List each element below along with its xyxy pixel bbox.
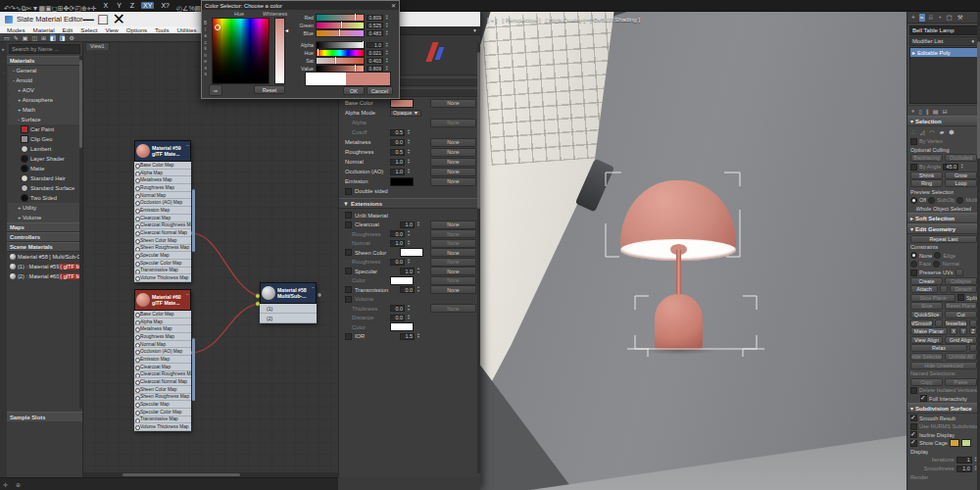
- node-slot[interactable]: Emission Map: [134, 356, 191, 364]
- put-to-library-icon[interactable]: ▣: [23, 34, 28, 41]
- value-spinner[interactable]: 1.0: [390, 169, 405, 175]
- dropdown[interactable]: Opaque▼: [390, 110, 421, 117]
- browser-tree-item[interactable]: + Math: [8, 105, 81, 115]
- axis-constraint-extra-button[interactable]: X?: [159, 2, 172, 9]
- planar-z-button[interactable]: Z: [969, 327, 977, 335]
- remove-modifier-icon[interactable]: ▤: [933, 108, 939, 115]
- slider-track[interactable]: [316, 57, 365, 65]
- scene-material-item[interactable]: (2) : Material #60 ( glTF Mat...: [7, 271, 82, 281]
- value-spinner[interactable]: 0.0: [390, 259, 405, 266]
- hue-blackness-square[interactable]: [212, 18, 270, 84]
- node-slot[interactable]: Sheen Color Map: [134, 237, 191, 245]
- spinner-arrows-icon[interactable]: ▲▼: [407, 129, 411, 136]
- slider-handle[interactable]: [335, 57, 336, 64]
- node-slot[interactable]: Metalness Map: [134, 176, 191, 184]
- relax-button[interactable]: Relax: [910, 344, 967, 352]
- map-none-button[interactable]: None: [430, 99, 476, 108]
- browser-tree-item[interactable]: Scene Materials: [7, 242, 82, 252]
- slider-track[interactable]: [316, 22, 365, 29]
- scene-material-item[interactable]: (1) : Material #59 ( glTF Mat...: [7, 262, 82, 271]
- node-slot[interactable]: Transmissive Map: [134, 268, 191, 275]
- utilities-tab-icon[interactable]: ⚒: [956, 14, 964, 22]
- pan-tool-icon[interactable]: ✛: [3, 481, 8, 488]
- checkbox[interactable]: [345, 286, 352, 293]
- stack-item-editable-poly[interactable]: ▸ Editable Poly: [910, 48, 977, 57]
- selection-rollout-header[interactable]: ▾ Selection: [907, 116, 980, 126]
- spinner-arrows-icon[interactable]: ▲▼: [385, 30, 388, 37]
- create-button[interactable]: Create: [910, 277, 943, 285]
- node-slot[interactable]: Volume Thickness Map: [134, 274, 191, 282]
- show-map-icon[interactable]: ◫: [31, 34, 37, 41]
- menu-item[interactable]: Options: [126, 26, 147, 33]
- cancel-button[interactable]: Cancel: [367, 86, 393, 95]
- spinner-arrows-icon[interactable]: ▲▼: [407, 315, 411, 321]
- slider-handle[interactable]: [341, 22, 342, 28]
- viewport-label[interactable]: [ + ][ Perspective ][ High Quality ][ De…: [487, 16, 640, 23]
- show-background-icon[interactable]: ◨: [60, 34, 66, 41]
- show-end-result-icon[interactable]: ⊞: [41, 34, 46, 41]
- checkbox[interactable]: [345, 188, 352, 195]
- browser-tree-item[interactable]: - Arnold: [8, 75, 81, 85]
- channel-value-field[interactable]: 0.403: [367, 58, 383, 64]
- node-slot[interactable]: Sheen Roughness Map: [134, 394, 191, 402]
- smooth-result-checkbox[interactable]: [910, 415, 917, 421]
- map-none-button[interactable]: None: [430, 138, 476, 147]
- by-angle-value[interactable]: 45.0: [943, 164, 958, 171]
- gltf-material-node-59[interactable]: Material #59 glTF Mate... − Base Color M…: [134, 140, 191, 282]
- select-by-name-icon[interactable]: ▣: [45, 5, 52, 12]
- viewport-label-segment[interactable]: [ + ]: [487, 16, 498, 23]
- iterations-value[interactable]: 1: [956, 457, 972, 464]
- axis-constraint-z-button[interactable]: Z: [128, 2, 136, 9]
- node-slot[interactable]: Alpha Map: [134, 318, 191, 326]
- spinner-arrows-icon[interactable]: ▲▼: [416, 333, 420, 340]
- axis-constraint-y-button[interactable]: Y: [115, 2, 123, 9]
- constraint-normal-radio[interactable]: [933, 261, 940, 268]
- map-none-button[interactable]: None: [430, 304, 476, 313]
- object-name-field[interactable]: Bell Table Lamp: [909, 25, 978, 35]
- reset-button[interactable]: Reset: [254, 85, 285, 94]
- spinner-arrows-icon[interactable]: ▲▼: [385, 50, 388, 57]
- spinner-arrows-icon[interactable]: ▲▼: [407, 305, 411, 312]
- menu-item[interactable]: Edit: [63, 26, 74, 33]
- select-and-manipulate-icon[interactable]: ✛: [91, 5, 97, 12]
- spinner-arrows-icon[interactable]: ▲▼: [407, 159, 411, 166]
- browser-tree-item[interactable]: Lambert: [7, 144, 82, 154]
- checkbox[interactable]: [345, 268, 352, 274]
- by-angle-checkbox[interactable]: [910, 164, 917, 171]
- node-slot[interactable]: Transmissive Map: [134, 416, 191, 424]
- hide-unselected-button[interactable]: Hide Unselected: [910, 362, 977, 369]
- constraint-none-radio[interactable]: [910, 252, 917, 259]
- map-none-button[interactable]: None: [430, 177, 476, 186]
- node-slot[interactable]: Roughness Map: [134, 333, 191, 341]
- menu-item[interactable]: Material: [33, 26, 55, 33]
- checkbox[interactable]: [345, 212, 352, 219]
- map-none-button[interactable]: None: [430, 119, 476, 127]
- map-none-button[interactable]: None: [430, 285, 476, 294]
- full-interactivity-checkbox[interactable]: [920, 395, 927, 402]
- edit-geometry-rollout-header[interactable]: ▾ Edit Geometry: [907, 223, 980, 234]
- isoline-display-checkbox[interactable]: [910, 431, 917, 438]
- slice-plane-button[interactable]: Slice Plane: [910, 294, 956, 302]
- options-icon[interactable]: ⚙: [69, 34, 74, 41]
- view-tab[interactable]: View1: [85, 42, 110, 50]
- color-swatch[interactable]: [390, 177, 414, 186]
- subdivision-surface-rollout-header[interactable]: ▾ Subdivision Surface: [907, 403, 980, 414]
- extensions-rollout-header[interactable]: ▼ Extensions: [339, 198, 480, 209]
- material-id-channel-icon[interactable]: ◧: [50, 34, 56, 41]
- zoom-tool-icon[interactable]: ⊕: [16, 481, 21, 488]
- node-slot[interactable]: Occlusion (AO) Map: [134, 199, 191, 207]
- value-spinner[interactable]: 0.5: [390, 149, 405, 156]
- collapse-node-button[interactable]: −: [312, 284, 315, 290]
- map-none-button[interactable]: None: [430, 267, 476, 275]
- spinner-arrows-icon[interactable]: ▲▼: [416, 268, 420, 274]
- select-and-scale-icon[interactable]: ◰: [74, 5, 81, 12]
- unhide-all-button[interactable]: Unhide All: [945, 353, 977, 361]
- map-none-button[interactable]: None: [430, 239, 476, 248]
- node-slot[interactable]: Alpha Map: [134, 170, 191, 177]
- collapse-browser-icon[interactable]: ▸: [2, 46, 5, 52]
- delete-isolated-vertices-checkbox[interactable]: [910, 387, 917, 394]
- eyedropper-button[interactable]: ✑: [209, 84, 222, 96]
- vertex-mode-icon[interactable]: ∴: [911, 128, 915, 135]
- expand-icon[interactable]: ▸: [912, 50, 915, 56]
- gltf-material-node-60[interactable]: Material #60 glTF Mate... − Base Color M…: [134, 289, 191, 431]
